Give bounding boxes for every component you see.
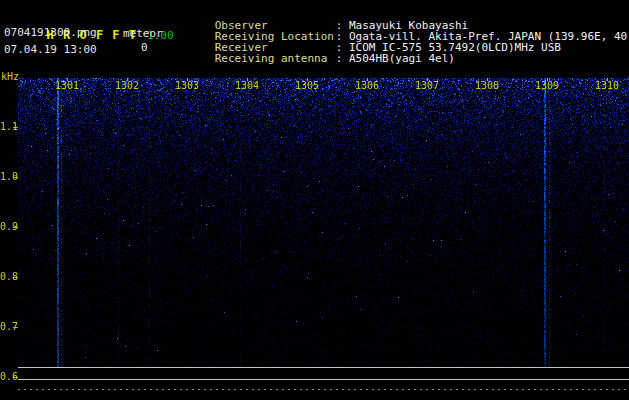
time-tick-label: 1309 bbox=[535, 80, 559, 91]
freq-tick-label: 1.1 bbox=[0, 121, 14, 132]
time-tick-label: 1310 bbox=[595, 80, 619, 91]
level-strip-bottom-line bbox=[18, 379, 629, 380]
time-tick-label: 1303 bbox=[175, 80, 199, 91]
hrofft-screen: H R O F F T1.00 0704191300.png meteor 0 … bbox=[0, 0, 629, 400]
time-tick-label: 1301 bbox=[55, 80, 79, 91]
freq-axis-unit: kHz bbox=[1, 71, 19, 82]
filename: 0704191300.png bbox=[4, 26, 97, 39]
mode-label: meteor bbox=[123, 27, 163, 40]
time-tick-label: 1302 bbox=[115, 80, 139, 91]
time-tick-label: 1308 bbox=[475, 80, 499, 91]
level-strip-top-line bbox=[18, 367, 629, 368]
level-strip-dotted-line bbox=[18, 389, 629, 390]
freq-tick-label: 0.7 bbox=[0, 321, 14, 332]
freq-tick-label: 0.6 bbox=[0, 371, 14, 382]
spectrogram-canvas bbox=[18, 78, 629, 368]
freq-tick-label: 1.0 bbox=[0, 171, 14, 182]
info-colon: : bbox=[336, 52, 349, 65]
time-tick-label: 1304 bbox=[235, 80, 259, 91]
meteor-count: 0 bbox=[141, 41, 148, 54]
info-row-antenna: Receiving antenna: A504HB(yagi 4el) bbox=[175, 39, 455, 78]
time-tick-label: 1306 bbox=[355, 80, 379, 91]
freq-tick-label: 0.9 bbox=[0, 221, 14, 232]
info-value: A504HB(yagi 4el) bbox=[349, 52, 455, 65]
timestamp: 07.04.19 13:00 bbox=[4, 43, 97, 56]
info-label: Receiving antenna bbox=[215, 52, 336, 65]
time-tick-label: 1307 bbox=[415, 80, 439, 91]
time-tick-label: 1305 bbox=[295, 80, 319, 91]
freq-tick-label: 0.8 bbox=[0, 271, 14, 282]
